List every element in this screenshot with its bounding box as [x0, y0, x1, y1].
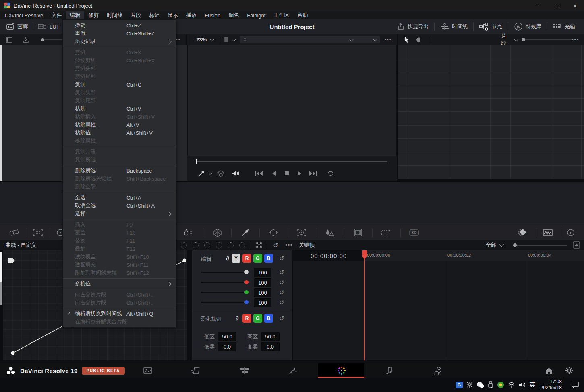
panel-toggle-icon[interactable]	[6, 37, 13, 43]
channel-G-button[interactable]: G	[253, 314, 262, 323]
tracker-icon[interactable]	[297, 228, 306, 237]
timeline-ruler[interactable]: 00:00:00:0000:00:00:0200:00:00:04	[364, 250, 584, 261]
clips-zoom-slider[interactable]	[522, 38, 572, 41]
reset-B-icon[interactable]: ↺	[279, 299, 284, 305]
menu-item-多机位[interactable]: 多机位	[63, 280, 176, 288]
jump-to-playhead-icon[interactable]	[573, 241, 580, 249]
info-icon[interactable]	[567, 229, 575, 237]
clock[interactable]: 17:08 2024/6/18	[541, 379, 562, 391]
go-to-first-frame-icon[interactable]	[254, 170, 263, 177]
reset-Y-icon[interactable]: ↺	[279, 269, 284, 275]
keyframes-filter-dropdown[interactable]: 全部	[486, 241, 503, 249]
blur-palette-icon[interactable]	[325, 229, 334, 237]
stereo-3d-icon[interactable]: 3D	[410, 229, 419, 235]
page-fairlight[interactable]	[380, 363, 399, 378]
spline-tool-icon[interactable]	[181, 242, 187, 248]
viewer-split-dropdown[interactable]	[220, 37, 235, 43]
channel-Y-button[interactable]: Y	[232, 254, 240, 263]
color-warper-icon[interactable]	[213, 228, 222, 237]
tray-g-app-icon[interactable]: G	[456, 382, 463, 388]
field-低柔[interactable]: 0.0	[218, 342, 236, 351]
menu-item-编辑后切换到时间线[interactable]: ✓编辑后切换到时间线Alt+Shift+Q	[63, 309, 176, 318]
menu-调色[interactable]: 调色	[224, 11, 243, 19]
menu-Fusion[interactable]: Fusion	[201, 11, 224, 19]
viewer-options-button[interactable]: •••	[384, 37, 392, 43]
project-manager-home-icon[interactable]	[545, 367, 553, 375]
menu-片段[interactable]: 片段	[126, 11, 145, 19]
grab-still-icon[interactable]	[23, 37, 29, 43]
reset-softclip-icon[interactable]: ↺	[279, 315, 284, 321]
expand-panel-icon[interactable]	[256, 242, 262, 248]
tray-usb-icon[interactable]	[488, 381, 493, 388]
close-button[interactable]: ×	[566, 0, 584, 11]
menu-帮助[interactable]: 帮助	[293, 11, 312, 19]
left-edge-scrollbar[interactable]	[0, 282, 2, 305]
clips-grid[interactable]	[398, 45, 584, 179]
eyedropper-icon[interactable]	[198, 170, 205, 177]
menu-Fairlight[interactable]: Fairlight	[243, 11, 269, 19]
menu-文件[interactable]: 文件	[47, 11, 66, 19]
power-window-icon[interactable]	[269, 229, 278, 237]
menu-item-取消全选[interactable]: 取消全选Ctrl+Shift+A	[63, 202, 176, 210]
quick-export-button[interactable]: 快捷导出	[392, 19, 433, 34]
value-field-B[interactable]: 100	[254, 298, 271, 307]
spline-tool-icon[interactable]	[193, 242, 199, 248]
step-back-icon[interactable]	[271, 170, 277, 177]
viewer-playhead[interactable]	[196, 159, 197, 164]
value-field-Y[interactable]: 100	[254, 268, 271, 277]
spline-tool-icon[interactable]	[239, 242, 245, 248]
spline-tool-icon[interactable]	[216, 242, 222, 248]
value-field-G[interactable]: 100	[254, 288, 271, 297]
viewer-zoom-dropdown[interactable]: 23%	[192, 37, 217, 43]
slider-track-Y[interactable]	[201, 272, 249, 273]
menu-item-粘贴属性[interactable]: 粘贴属性...Alt+V	[63, 121, 176, 129]
menu-item-重做[interactable]: 重做Ctrl+Shift+Z	[63, 29, 176, 37]
minimize-button[interactable]	[530, 0, 548, 11]
tray-wechat-icon[interactable]	[476, 382, 484, 388]
sizing-palette-icon[interactable]	[381, 229, 391, 237]
tray-antivirus-icon[interactable]	[497, 381, 504, 388]
menu-显示[interactable]: 显示	[164, 11, 182, 19]
menu-item-复制[interactable]: 复制Ctrl+C	[63, 80, 176, 89]
reset-palette-icon[interactable]: ↺	[273, 242, 278, 248]
channel-B-button[interactable]: B	[264, 314, 273, 323]
menu-item-撤销[interactable]: 撤销Ctrl+Z	[63, 21, 176, 29]
curves-palette-icon[interactable]	[183, 229, 194, 237]
page-edit[interactable]	[235, 363, 254, 378]
scopes-icon[interactable]	[543, 229, 553, 237]
tray-volume-icon[interactable]	[519, 382, 526, 388]
keyframes-zoom-slider[interactable]	[513, 243, 567, 247]
notification-center-icon[interactable]	[571, 381, 579, 388]
left-edge-splitter[interactable]	[0, 252, 2, 282]
tray-wifi-icon[interactable]	[508, 382, 515, 388]
menu-item-删除所选[interactable]: 删除所选Backspace	[63, 167, 176, 175]
spline-tool-icon[interactable]	[204, 242, 210, 248]
audio-mute-icon[interactable]	[232, 170, 240, 177]
timeline-playhead[interactable]	[364, 253, 365, 360]
menu-修剪[interactable]: 修剪	[84, 11, 103, 19]
key-palette-icon[interactable]	[353, 229, 363, 237]
page-media[interactable]	[138, 363, 157, 378]
link-channels-icon[interactable]: ∂	[226, 255, 229, 262]
menu-app[interactable]: DaVinci Resolve	[0, 11, 47, 19]
camera-raw-icon[interactable]	[8, 229, 19, 237]
slider-knob-B[interactable]	[244, 300, 249, 304]
slider-track-G[interactable]	[201, 292, 249, 293]
timeline-clip-dropdowns[interactable]	[240, 36, 380, 43]
color-match-icon[interactable]	[33, 229, 43, 236]
slider-knob-Y[interactable]	[244, 270, 249, 274]
effects-library-button[interactable]: fx特效库	[509, 19, 546, 34]
viewer-video-area[interactable]	[187, 45, 397, 156]
project-settings-gear-icon[interactable]	[565, 366, 574, 375]
value-field-R[interactable]: 100	[254, 278, 271, 287]
reset-R-icon[interactable]: ↺	[279, 279, 284, 285]
page-fusion[interactable]	[283, 363, 302, 378]
channel-R-button[interactable]: R	[242, 254, 251, 263]
maximize-button[interactable]	[548, 0, 566, 11]
gallery-button[interactable]: 画廊	[0, 19, 33, 34]
slider-track-B[interactable]	[201, 302, 249, 303]
slider-track-R[interactable]	[201, 282, 249, 283]
menu-item-粘贴值[interactable]: 粘贴值Alt+Shift+V	[63, 129, 176, 137]
hand-tool-icon[interactable]	[416, 37, 422, 43]
page-cut[interactable]	[186, 363, 206, 378]
